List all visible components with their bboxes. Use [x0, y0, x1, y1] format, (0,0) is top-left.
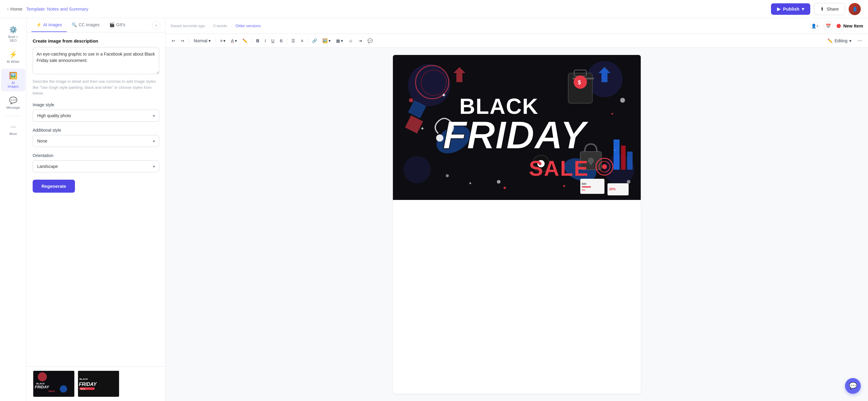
emoji-icon: ☺: [348, 38, 353, 43]
new-item-badge: New Item: [837, 23, 863, 28]
svg-text:SALE: SALE: [529, 157, 589, 180]
table-button[interactable]: ▦ ▾: [334, 37, 345, 45]
toolbar-separator-3: [252, 38, 252, 44]
text-style-label: Normal: [194, 38, 207, 43]
sidebar-item-more[interactable]: ··· More: [1, 120, 25, 139]
tab-cc-images[interactable]: 🔍 CC images: [67, 18, 104, 32]
chat-bubble-button[interactable]: 💬: [845, 378, 861, 394]
svg-point-63: [627, 180, 630, 183]
svg-text:✦: ✦: [468, 181, 472, 186]
editor-meta: Saved seconds ago · 0 words · Older vers…: [170, 24, 261, 28]
sidebar-item-ai-writer[interactable]: ⚡ AI Writer: [1, 48, 25, 66]
sidebar-item-message[interactable]: 💬 Message: [1, 94, 25, 112]
additional-style-select[interactable]: None Vintage Neon Minimalist Pop art: [33, 135, 159, 147]
highlight-button[interactable]: ✏️: [240, 37, 250, 45]
tab-ai-images[interactable]: ⚡ AI images: [31, 18, 67, 32]
undo-button[interactable]: ↩: [169, 37, 178, 45]
strikethrough-button[interactable]: S: [277, 37, 285, 45]
message-icon: 💬: [9, 97, 17, 104]
svg-text:$99: $99: [582, 182, 586, 186]
redo-icon: ↪: [181, 38, 184, 43]
svg-rect-47: [614, 139, 620, 170]
text-style-dropdown[interactable]: Normal ▾: [191, 37, 214, 45]
link-icon: 🔗: [312, 38, 317, 43]
share-button[interactable]: ⬆ Share: [814, 3, 845, 15]
svg-point-62: [409, 98, 413, 102]
table-icon: ▦: [336, 38, 340, 43]
editing-dropdown[interactable]: ✏️ Editing ▾: [825, 37, 855, 45]
bullet-list-button[interactable]: ☰: [289, 37, 298, 45]
tab-gifs[interactable]: 🎬 GIFs: [104, 18, 130, 32]
top-bar: ‹ Home Template: Notes and Summary ▶ Pub…: [0, 0, 868, 18]
word-count: 0 words: [213, 24, 227, 28]
underline-button[interactable]: U: [269, 37, 277, 45]
older-versions-link[interactable]: Older versions: [236, 24, 261, 28]
image-description-textarea[interactable]: An eye-catching graphic to use in a Face…: [33, 47, 159, 74]
svg-rect-49: [627, 152, 632, 170]
toolbar-separator-5: [307, 38, 308, 44]
align-chevron-icon: ▾: [223, 38, 225, 43]
align-button[interactable]: ≡ ▾: [218, 37, 228, 45]
additional-style-label: Additional style: [33, 128, 159, 133]
top-bar-right: ▶ Publish ▾ ⬆ Share 👤: [771, 3, 861, 15]
bold-button[interactable]: B: [254, 37, 262, 45]
template-name: Notes and Summary: [47, 6, 89, 11]
ordered-list-icon: ≡: [301, 38, 303, 43]
comment-icon: 💬: [368, 38, 373, 43]
editing-label: Editing: [834, 38, 847, 43]
svg-point-57: [436, 134, 443, 142]
thumbnail-1[interactable]: BLACK FRIDAY SALE: [33, 370, 75, 397]
toolbar-separator-4: [287, 38, 287, 44]
bold-icon: B: [256, 38, 259, 43]
pencil-icon: ✏️: [828, 38, 833, 43]
canvas-container: ✦ ✦ ✦ ✦ ✦ ✦ ✦ $: [393, 55, 641, 394]
image-style-label: Image style: [33, 102, 159, 107]
sidebar-item-brief-seo[interactable]: ⚙️ Brief + SEO: [1, 23, 25, 45]
home-label: Home: [10, 6, 22, 11]
image-style-select[interactable]: High quality photo Illustration Painting…: [33, 110, 159, 122]
table-chevron-icon: ▾: [341, 38, 343, 43]
link-button[interactable]: 🔗: [309, 37, 319, 45]
indent-button[interactable]: ⇥: [356, 37, 365, 45]
svg-rect-34: [590, 161, 592, 165]
add-user-button[interactable]: 👤+: [810, 21, 819, 31]
cc-images-tab-icon: 🔍: [72, 22, 77, 27]
text-color-chevron-icon: ▾: [235, 38, 237, 43]
calendar-button[interactable]: 📅: [823, 21, 833, 31]
red-dot-indicator: [837, 24, 841, 28]
chevron-left-icon: ‹: [7, 7, 8, 11]
emoji-button[interactable]: ☺: [346, 37, 355, 45]
svg-point-2: [60, 385, 67, 393]
toolbar-more-button[interactable]: ···: [855, 36, 864, 45]
user-avatar[interactable]: 👤: [849, 3, 861, 15]
home-link[interactable]: ‹ Home: [7, 6, 22, 11]
ordered-list-button[interactable]: ≡: [298, 37, 306, 45]
tabs-row: ⚡ AI images 🔍 CC images 🎬 GIFs ›: [27, 18, 165, 32]
collapse-panel-button[interactable]: ›: [152, 21, 160, 29]
italic-button[interactable]: I: [262, 37, 268, 45]
svg-point-1: [38, 372, 47, 381]
orientation-select[interactable]: Landscape Portrait Square: [33, 160, 159, 172]
publish-arrow-icon: ▶: [777, 6, 781, 12]
black-friday-image: ✦ ✦ ✦ ✦ ✦ ✦ ✦ $: [393, 55, 641, 200]
image-insert-button[interactable]: 🖼️ ▾: [320, 37, 333, 45]
editor-topbar: Saved seconds ago · 0 words · Older vers…: [166, 18, 868, 34]
sidebar-item-label: More: [9, 132, 17, 136]
svg-text:✦: ✦: [611, 111, 614, 116]
sidebar-item-ai-images[interactable]: 🖼️ AI Images: [1, 69, 25, 91]
thumbnail-2[interactable]: BLACK FRIDAY SALE: [78, 370, 120, 397]
publish-button[interactable]: ▶ Publish ▾: [771, 3, 810, 15]
text-color-button[interactable]: A ▾: [228, 37, 239, 45]
svg-text:✦: ✦: [420, 126, 425, 132]
svg-text:FRIDAY: FRIDAY: [79, 382, 97, 387]
strikethrough-icon: S: [280, 38, 283, 43]
orientation-select-wrapper: Landscape Portrait Square ▾: [33, 160, 159, 172]
additional-style-select-wrapper: None Vintage Neon Minimalist Pop art ▾: [33, 135, 159, 147]
tab-ai-images-label: AI images: [43, 22, 62, 27]
svg-point-59: [503, 187, 506, 189]
orientation-label: Orientation: [33, 153, 159, 158]
redo-button[interactable]: ↪: [178, 37, 187, 45]
regenerate-button[interactable]: Regenerate: [33, 180, 75, 193]
bullet-list-icon: ☰: [291, 38, 295, 43]
comment-button[interactable]: 💬: [365, 37, 375, 45]
